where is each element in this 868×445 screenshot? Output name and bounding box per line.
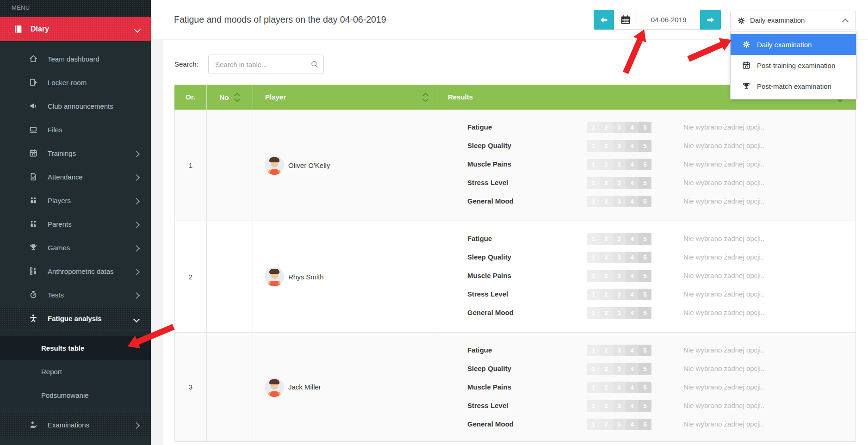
rating-option[interactable]: 4 (626, 289, 639, 300)
rating-option[interactable]: 3 (613, 233, 626, 245)
rating-option[interactable]: 5 (639, 196, 651, 207)
rating-option[interactable]: 5 (639, 307, 651, 319)
rating-option[interactable]: 2 (600, 140, 613, 152)
calendar-picker-button[interactable] (614, 10, 637, 29)
rating-option[interactable]: 2 (600, 382, 613, 393)
examination-type-select[interactable]: Daily examination (730, 11, 856, 30)
rating-option[interactable]: 3 (613, 122, 626, 133)
rating-option[interactable]: 2 (600, 122, 613, 133)
rating-option[interactable]: 3 (613, 307, 626, 319)
rating-option[interactable]: 5 (639, 400, 651, 412)
rating-option[interactable]: 2 (600, 233, 613, 245)
rating-option[interactable]: 1 (587, 382, 600, 393)
column-header-no[interactable]: No (207, 85, 253, 110)
sidebar-item-trainings[interactable]: Trainings (0, 142, 151, 165)
rating-option[interactable]: 4 (626, 270, 639, 282)
rating-option[interactable]: 2 (600, 252, 613, 263)
rating-option[interactable]: 1 (587, 122, 600, 133)
column-header-or[interactable]: Or. (174, 85, 207, 110)
rating-option[interactable]: 2 (600, 307, 613, 319)
rating-option[interactable]: 3 (613, 419, 626, 430)
rating-option[interactable]: 5 (639, 382, 651, 393)
rating-option[interactable]: 1 (587, 345, 600, 356)
rating-option[interactable]: 2 (600, 345, 613, 356)
rating-option[interactable]: 4 (626, 419, 639, 430)
rating-option[interactable]: 3 (613, 382, 626, 393)
rating-option[interactable]: 5 (639, 289, 651, 300)
rating-option[interactable]: 5 (639, 140, 651, 152)
dropdown-option-post-match-examination[interactable]: Post-match examination (731, 76, 856, 97)
rating-option[interactable]: 5 (639, 177, 651, 189)
rating-option[interactable]: 1 (587, 233, 600, 245)
rating-option[interactable]: 3 (613, 196, 626, 207)
rating-option[interactable]: 2 (600, 270, 613, 282)
sidebar-item-fatigue-analysis[interactable]: Fatigue analysis (0, 307, 151, 330)
rating-option[interactable]: 4 (626, 140, 639, 152)
sidebar-item-players[interactable]: Players (0, 189, 151, 212)
rating-option[interactable]: 4 (626, 400, 639, 412)
rating-option[interactable]: 1 (587, 252, 600, 263)
previous-day-button[interactable] (594, 10, 614, 30)
column-header-player[interactable]: Player (253, 85, 436, 110)
rating-option[interactable]: 1 (587, 363, 600, 375)
search-input[interactable] (208, 55, 324, 74)
rating-option[interactable]: 1 (587, 419, 600, 430)
dropdown-option-post-training-examination[interactable]: Post-training examination (731, 55, 856, 76)
rating-option[interactable]: 2 (600, 159, 613, 170)
rating-option[interactable]: 4 (626, 196, 639, 207)
rating-option[interactable]: 1 (587, 400, 600, 412)
rating-option[interactable]: 2 (600, 289, 613, 300)
rating-option[interactable]: 3 (613, 159, 626, 170)
rating-option[interactable]: 4 (626, 345, 639, 356)
rating-option[interactable]: 5 (639, 363, 651, 375)
sidebar-item-files[interactable]: Files (0, 118, 151, 142)
rating-option[interactable]: 3 (613, 270, 626, 282)
rating-option[interactable]: 5 (639, 419, 651, 430)
sidebar-item-tests[interactable]: Tests (0, 283, 151, 307)
rating-option[interactable]: 1 (587, 196, 600, 207)
rating-option[interactable]: 3 (613, 363, 626, 375)
rating-option[interactable]: 3 (613, 400, 626, 412)
rating-option[interactable]: 5 (639, 233, 651, 245)
sidebar-item-games[interactable]: Games (0, 236, 151, 260)
rating-option[interactable]: 2 (600, 419, 613, 430)
rating-option[interactable]: 2 (600, 400, 613, 412)
rating-option[interactable]: 3 (613, 289, 626, 300)
dropdown-option-daily-examination[interactable]: Daily examination (731, 34, 856, 55)
sidebar-item-anthropometric-datas[interactable]: Anthropometric datas (0, 260, 151, 283)
rating-option[interactable]: 5 (639, 159, 651, 170)
rating-option[interactable]: 4 (626, 363, 639, 375)
rating-option[interactable]: 4 (626, 252, 639, 263)
rating-option[interactable]: 5 (639, 122, 651, 133)
sidebar-item-attendance[interactable]: Attendance (0, 165, 151, 189)
rating-option[interactable]: 3 (613, 177, 626, 189)
rating-option[interactable]: 1 (587, 307, 600, 319)
date-input[interactable]: 04-06-2019 (637, 10, 700, 29)
rating-option[interactable]: 4 (626, 122, 639, 133)
sidebar-item-examinations[interactable]: Examinations (0, 413, 151, 437)
rating-option[interactable]: 2 (600, 196, 613, 207)
rating-option[interactable]: 4 (626, 307, 639, 319)
sidebar-item-results-table[interactable]: Results table (0, 336, 151, 360)
sidebar-item-podsumowanie[interactable]: Podsumowanie (0, 383, 151, 407)
sidebar-item-parents[interactable]: Parents (0, 212, 151, 236)
sidebar-item-team-dashboard[interactable]: Team dashboard (0, 47, 151, 71)
rating-option[interactable]: 5 (639, 270, 651, 282)
next-day-button[interactable] (700, 10, 721, 30)
rating-option[interactable]: 1 (587, 270, 600, 282)
rating-option[interactable]: 3 (613, 345, 626, 356)
sidebar-item-locker-room[interactable]: Locker-room (0, 71, 151, 94)
rating-option[interactable]: 1 (587, 289, 600, 300)
rating-option[interactable]: 1 (587, 140, 600, 152)
sidebar-item-diary[interactable]: Diary (0, 17, 151, 41)
rating-option[interactable]: 4 (626, 233, 639, 245)
rating-option[interactable]: 2 (600, 363, 613, 375)
sidebar-item-report[interactable]: Report (0, 360, 151, 383)
rating-option[interactable]: 4 (626, 159, 639, 170)
rating-option[interactable]: 3 (613, 140, 626, 152)
rating-option[interactable]: 1 (587, 177, 600, 189)
rating-option[interactable]: 3 (613, 252, 626, 263)
rating-option[interactable]: 5 (639, 252, 651, 263)
rating-option[interactable]: 4 (626, 177, 639, 189)
sidebar-item-club-announcements[interactable]: Club announcements (0, 94, 151, 118)
